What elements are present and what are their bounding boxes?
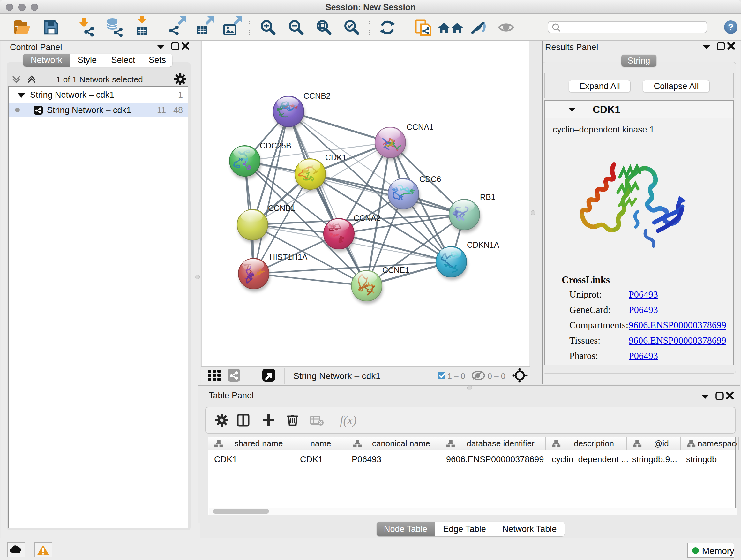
svg-text:CDC25B: CDC25B: [260, 141, 291, 150]
svg-text:CDK1: CDK1: [325, 153, 347, 162]
svg-text:CCNA2: CCNA2: [354, 213, 381, 223]
svg-text:CDC6: CDC6: [419, 175, 441, 184]
svg-text:CDKN1A: CDKN1A: [467, 240, 499, 249]
svg-text:CCNB1: CCNB1: [268, 204, 295, 212]
svg-text:CCNE1: CCNE1: [382, 266, 409, 274]
svg-text:HIST1H1A: HIST1H1A: [269, 253, 308, 261]
svg-text:RB1: RB1: [480, 192, 495, 201]
svg-text:CCNB2: CCNB2: [304, 91, 331, 100]
svg-text:CCNA1: CCNA1: [407, 123, 434, 132]
svg-text:f(x): f(x): [340, 414, 357, 427]
